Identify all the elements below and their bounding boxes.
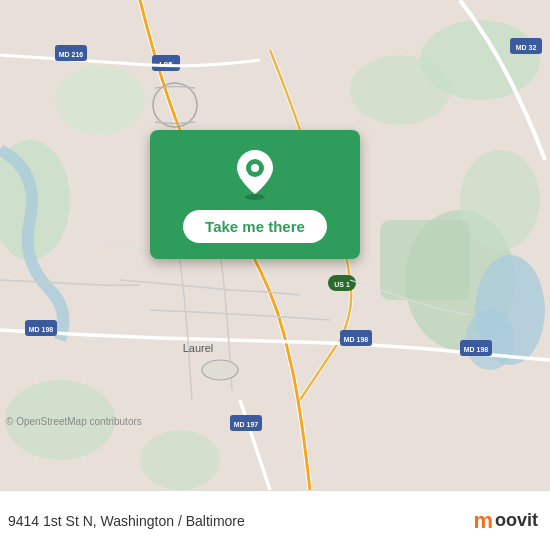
svg-text:MD 216: MD 216: [59, 51, 84, 58]
svg-text:MD 198: MD 198: [29, 326, 54, 333]
take-me-there-button[interactable]: Take me there: [183, 210, 327, 243]
svg-text:MD 198: MD 198: [344, 336, 369, 343]
svg-text:MD 198: MD 198: [464, 346, 489, 353]
svg-point-37: [251, 164, 259, 172]
moovit-logo-m: m: [473, 508, 493, 534]
svg-point-35: [245, 194, 265, 200]
svg-text:MD 197: MD 197: [234, 421, 259, 428]
svg-point-7: [140, 430, 220, 490]
moovit-logo-rest: oovit: [495, 510, 538, 531]
svg-point-34: [202, 360, 238, 380]
moovit-logo: m oovit: [473, 508, 538, 534]
copyright-text: © OpenStreetMap contributors: [6, 416, 142, 427]
address-text: 9414 1st St N, Washington / Baltimore: [8, 513, 245, 529]
info-bar: 9414 1st St N, Washington / Baltimore m …: [0, 490, 550, 550]
svg-text:Laurel: Laurel: [183, 342, 214, 354]
svg-text:US 1: US 1: [334, 281, 350, 288]
location-pin-icon: [229, 148, 281, 200]
svg-point-4: [460, 150, 540, 250]
svg-rect-5: [380, 220, 470, 300]
cta-overlay: Take me there: [150, 130, 360, 259]
svg-point-9: [350, 55, 450, 125]
map-container: I 95 I 95 US 1 US 1 MD 216 MD 32 MD 198 …: [0, 0, 550, 490]
svg-text:MD 32: MD 32: [516, 44, 537, 51]
svg-point-8: [55, 65, 145, 135]
